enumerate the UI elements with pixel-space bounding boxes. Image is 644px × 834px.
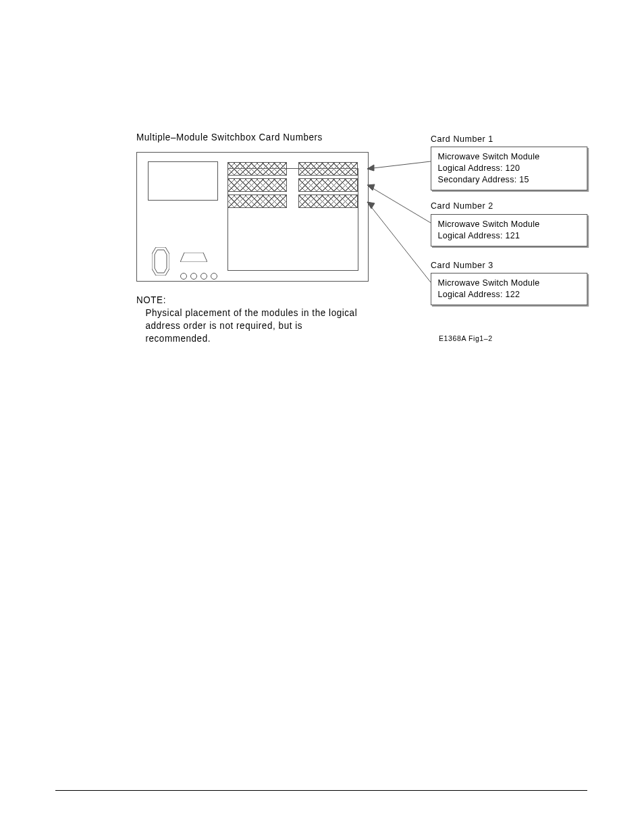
footer-rule <box>55 790 587 791</box>
module-slot-1 <box>227 162 357 174</box>
led-icon <box>211 273 217 280</box>
module-right <box>298 162 358 176</box>
drive-slot-icon <box>180 253 207 262</box>
figure: Multiple–Module Switchbox Card Numbers <box>136 132 589 142</box>
svg-marker-2 <box>180 253 207 262</box>
card-details-2: Microwave Switch Module Logical Address:… <box>431 214 587 246</box>
svg-marker-1 <box>155 250 167 273</box>
module-slot-3 <box>227 194 357 207</box>
module-left <box>227 178 287 192</box>
led-icon <box>190 273 197 280</box>
svg-line-7 <box>367 202 431 282</box>
detail-line: Secondary Address: 15 <box>438 174 581 186</box>
page: Multiple–Module Switchbox Card Numbers <box>0 0 644 834</box>
module-left <box>227 194 287 208</box>
chassis-outline <box>136 152 369 282</box>
figure-title: Multiple–Module Switchbox Card Numbers <box>136 132 570 142</box>
module-right <box>298 178 358 192</box>
card-details-3: Microwave Switch Module Logical Address:… <box>431 273 587 305</box>
detail-line: Logical Address: 122 <box>438 289 581 301</box>
detail-line: Microwave Switch Module <box>438 219 581 230</box>
card-details-1: Microwave Switch Module Logical Address:… <box>431 147 587 190</box>
detail-line: Logical Address: 120 <box>438 163 581 174</box>
indicator-leds <box>180 273 217 280</box>
led-icon <box>200 273 207 280</box>
module-left <box>227 162 287 176</box>
svg-line-3 <box>367 161 431 169</box>
card-label-1: Card Number 1 <box>431 134 493 144</box>
note-heading: NOTE: <box>136 294 365 305</box>
svg-line-5 <box>367 185 431 223</box>
led-icon <box>180 273 187 280</box>
power-button-icon <box>152 247 169 276</box>
note-body: Physical placement of the modules in the… <box>145 307 364 345</box>
detail-line: Microwave Switch Module <box>438 151 581 163</box>
module-right <box>298 194 358 208</box>
figure-reference: E1368A Fig1–2 <box>439 334 493 342</box>
module-slot-2 <box>227 178 357 190</box>
card-label-3: Card Number 3 <box>431 260 493 270</box>
detail-line: Logical Address: 121 <box>438 230 581 242</box>
figure-note: NOTE: Physical placement of the modules … <box>136 294 365 345</box>
card-label-2: Card Number 2 <box>431 201 493 211</box>
detail-line: Microwave Switch Module <box>438 278 581 289</box>
display-window <box>148 161 218 201</box>
